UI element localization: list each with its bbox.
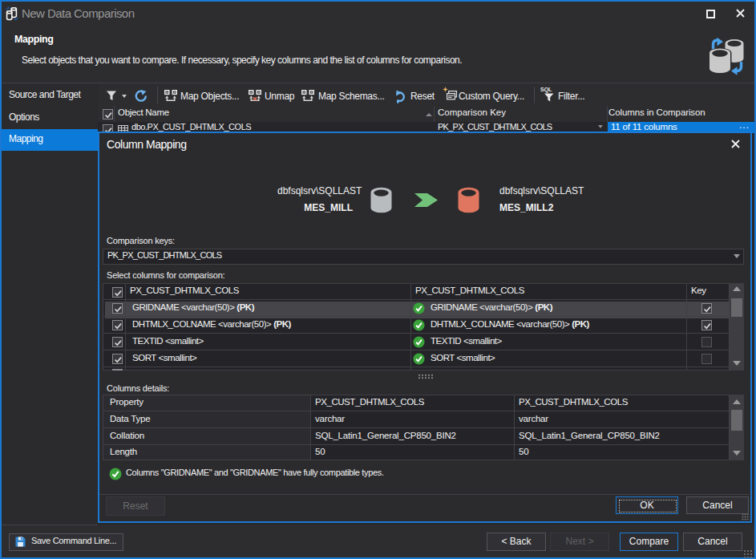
svg-text:SQL: SQL <box>540 87 552 93</box>
